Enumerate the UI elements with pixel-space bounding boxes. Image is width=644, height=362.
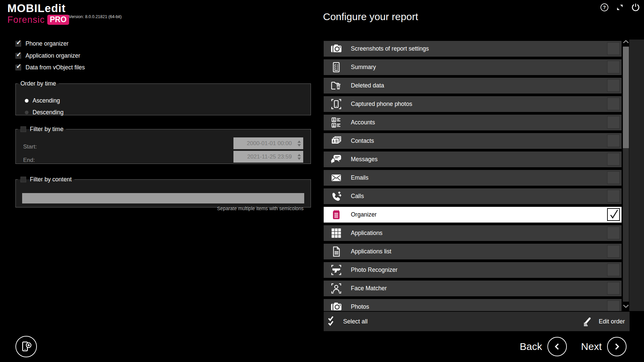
checkbox-label: Application organizer (25, 52, 80, 59)
checkbox-data-vobject[interactable]: ✓ Data from vObject files (15, 64, 85, 70)
report-item-checkbox[interactable] (607, 61, 620, 73)
back-button[interactable]: Back (520, 337, 567, 356)
report-item-checkbox[interactable] (607, 98, 620, 110)
radio-dot[interactable] (25, 111, 29, 114)
scroll-down-icon[interactable] (623, 304, 629, 308)
spin-up-icon[interactable] (298, 140, 301, 143)
report-item-accounts[interactable]: Accounts (324, 115, 622, 130)
report-item-photo-recognizer[interactable]: Photo Recognizer (324, 262, 622, 278)
radio-ascending[interactable]: Ascending (25, 98, 60, 103)
deleted-data-icon (330, 79, 342, 92)
report-item-screenshots-of-report-settings[interactable]: Screenshots of report settings (324, 41, 622, 57)
report-item-checkbox[interactable] (607, 153, 620, 166)
help-icon[interactable] (600, 3, 609, 12)
report-item-photos[interactable]: Photos (324, 299, 622, 311)
select-all-button[interactable]: Select all (327, 316, 368, 327)
report-item-checkbox[interactable] (607, 190, 620, 202)
report-item-label: Accounts (351, 119, 375, 126)
report-item-emails[interactable]: Emails (324, 170, 622, 186)
report-item-label: Organizer (351, 211, 377, 218)
report-item-organizer[interactable]: Organizer (324, 207, 622, 223)
report-item-checkbox[interactable] (607, 171, 620, 184)
power-icon[interactable] (631, 3, 640, 12)
report-item-label: Emails (351, 174, 369, 181)
radio-descending[interactable]: Descending (25, 110, 63, 115)
report-item-checkbox[interactable] (607, 263, 620, 276)
spin-down-icon[interactable] (298, 144, 301, 146)
checkbox-application-organizer[interactable]: ✓ Application organizer (15, 53, 80, 59)
checkbox-phone-organizer[interactable]: ✓ Phone organizer (15, 41, 68, 47)
report-item-contacts[interactable]: Contacts (324, 133, 622, 149)
report-list: Screenshots of report settings Summary D… (324, 41, 622, 311)
report-item-label: Calls (351, 193, 364, 200)
checkbox-icon[interactable]: ✓ (15, 41, 21, 47)
edit-order-icon (583, 316, 594, 327)
wizard-navigation: Back Next (520, 337, 627, 356)
content-filter-input[interactable] (22, 193, 304, 203)
filter-by-time-legend: Filter by time (18, 126, 66, 133)
report-item-label: Captured phone photos (351, 101, 412, 108)
report-item-applications[interactable]: Applications (324, 225, 622, 241)
spin-down-icon[interactable] (298, 158, 301, 160)
report-item-checkbox[interactable] (607, 245, 620, 258)
captured-phone-icon (330, 98, 342, 110)
report-item-calls[interactable]: Calls (324, 188, 622, 204)
phone-add-icon (20, 340, 33, 353)
scroll-up-icon[interactable] (623, 40, 629, 44)
report-item-face-matcher[interactable]: Face Matcher (324, 281, 622, 296)
calls-icon (330, 190, 342, 202)
next-button[interactable]: Next (581, 337, 627, 356)
organizer-icon (330, 208, 342, 221)
report-item-checkbox[interactable] (607, 42, 620, 55)
resize-icon[interactable] (616, 3, 624, 11)
version-text: Version: 8.0.0.21821 (64-bit) (69, 14, 122, 19)
report-item-checkbox[interactable] (607, 116, 620, 129)
messages-icon (330, 153, 342, 166)
report-item-checkbox[interactable] (607, 227, 620, 239)
report-item-label: Summary (351, 64, 376, 71)
connect-phone-button[interactable] (15, 336, 37, 357)
report-item-checkbox[interactable] (607, 282, 620, 295)
checkbox-icon[interactable]: ✓ (15, 53, 21, 59)
scrollbar-thumb[interactable] (623, 47, 629, 148)
contacts-icon (330, 135, 342, 147)
summary-icon (330, 61, 342, 73)
edit-order-button[interactable]: Edit order (583, 316, 625, 327)
filter-by-time-checkbox[interactable] (20, 126, 26, 132)
start-spinner[interactable] (298, 137, 301, 149)
chevron-right-icon[interactable] (607, 337, 627, 356)
order-by-time-legend: Order by time (18, 80, 59, 87)
report-item-checkbox[interactable] (607, 134, 620, 147)
report-item-checkbox[interactable] (607, 208, 620, 221)
report-item-messages[interactable]: Messages (324, 152, 622, 167)
report-item-checkbox[interactable] (607, 79, 620, 92)
report-item-checkbox[interactable] (607, 300, 620, 311)
report-item-applications-list[interactable]: Applications list (324, 244, 622, 259)
scrollbar-gutter (629, 40, 644, 311)
filter-by-content-legend: Filter by content (18, 176, 74, 183)
radio-dot[interactable] (25, 99, 29, 103)
chevron-left-icon[interactable] (547, 337, 567, 356)
end-spinner[interactable] (298, 151, 301, 163)
start-label: Start: (23, 143, 37, 150)
checkbox-label: Data from vObject files (25, 64, 85, 71)
report-item-label: Deleted data (351, 82, 384, 89)
end-datetime-input[interactable] (233, 151, 303, 163)
accounts-icon (330, 116, 342, 129)
report-item-label: Contacts (351, 137, 374, 144)
content-filter-hint: Separate multiple items with semicolons (217, 206, 304, 211)
checkbox-label: Phone organizer (25, 40, 68, 47)
start-datetime-field (233, 137, 303, 149)
logo-forensic: Forensic (7, 15, 45, 24)
checkbox-icon[interactable]: ✓ (15, 65, 21, 70)
report-item-deleted-data[interactable]: Deleted data (324, 78, 622, 94)
window-controls (600, 2, 640, 13)
report-item-summary[interactable]: Summary (324, 59, 622, 75)
scrollbar (623, 40, 629, 311)
start-datetime-input[interactable] (233, 137, 303, 149)
filter-by-content-checkbox[interactable] (20, 177, 26, 182)
filter-by-content-group: Filter by content Separate multiple item… (15, 176, 311, 207)
photo-recognizer-icon (330, 264, 342, 276)
report-item-captured-phone-photos[interactable]: Captured phone photos (324, 96, 622, 112)
spin-up-icon[interactable] (298, 154, 301, 156)
